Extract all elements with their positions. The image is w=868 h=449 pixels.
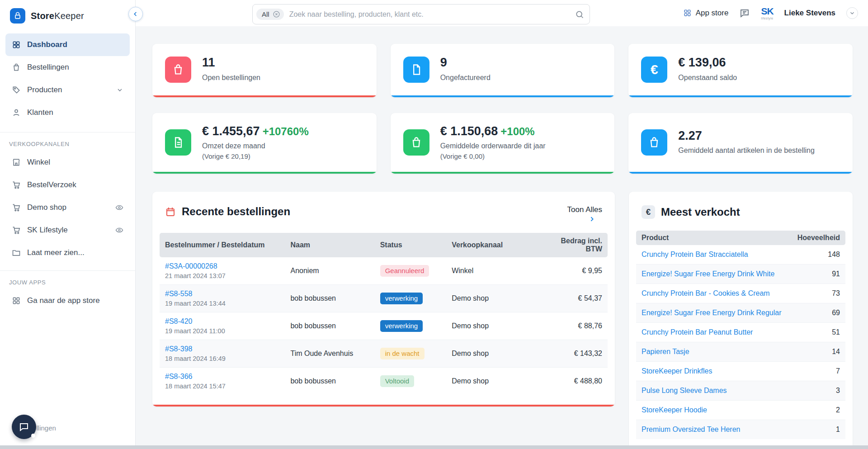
sidebar-item-bestellingen[interactable]: Bestellingen [5,56,130,79]
stat-label: Open bestellingen [202,73,260,83]
order-link[interactable]: #S8-398 [165,345,193,353]
stat-label: Ongefactureerd [440,73,491,83]
status-badge: verwerking [380,320,423,332]
product-link[interactable]: Papieren Tasje [642,348,689,355]
chevron-down-icon[interactable] [116,86,123,94]
clear-filter-icon[interactable] [273,10,280,18]
app-store-button[interactable]: App store [683,9,729,18]
sidebar-item-winkel[interactable]: Winkel [5,151,130,174]
list-item[interactable]: Crunchy Protein Bar Peanut Butter51 [636,323,845,342]
stat-value: 2.27 [678,129,702,142]
order-link[interactable]: #S8-558 [165,290,193,298]
product-link[interactable]: Pulse Long Sleeve Dames [642,387,727,394]
sidebar-item-klanten[interactable]: Klanten [5,101,130,124]
chevron-left-icon [132,10,139,18]
sidebar-collapse-button[interactable] [128,7,143,21]
product-link[interactable]: StoreKeeper Drinkfles [642,367,712,375]
list-item[interactable]: Premium Oversized Tee Heren1 [636,420,845,440]
sidebar-item-label: Klanten [27,108,53,117]
product-link[interactable]: Crunchy Protein Bar Peanut Butter [642,328,753,336]
calendar-icon [165,206,176,217]
chevron-down-icon [849,10,855,16]
sidebar: StoreKeeper Dashboard Bestellingen Produ… [0,0,136,449]
stat-card-uninvoiced: 9 Ongefactureerd [391,44,615,97]
table-row[interactable]: #S3A-0000026821 maart 2024 13:07 Anoniem… [160,257,608,285]
lower-panels: Recente bestellingen Toon Alles Bestelnu… [152,192,853,449]
product-link[interactable]: Premium Oversized Tee Heren [642,425,740,433]
best-sellers-title: Meest verkocht [661,206,740,218]
order-amount: € 88,76 [540,312,608,340]
product-qty: 148 [791,245,845,265]
list-item[interactable]: Crunchy Protein Bar Stracciatella148 [636,245,845,265]
user-name[interactable]: Lieke Stevens [784,9,835,18]
product-link[interactable]: Crunchy Protein Bar Stracciatella [642,250,748,258]
stat-value: € 1.150,68 [440,124,498,138]
list-item[interactable]: Pulse Long Sleeve Dames3 [636,381,845,401]
order-link[interactable]: #S8-366 [165,373,193,380]
app-grid-icon [12,296,21,305]
list-item[interactable]: Energize! Sugar Free Energy Drink White9… [636,265,845,284]
global-search: All [252,4,590,24]
bag-icon [641,129,667,156]
stat-value: 11 [202,56,215,69]
product-qty: 7 [791,362,845,381]
product-link[interactable]: Energize! Sugar Free Energy Drink Regula… [642,309,781,317]
order-link[interactable]: #S3A-00000268 [165,262,217,270]
product-link[interactable]: Energize! Sugar Free Energy Drink White [642,270,774,278]
feedback-chat-icon[interactable] [739,8,750,19]
order-channel: Demo shop [446,285,540,312]
brand-name-bold: Store [31,11,54,21]
sk-logo-subtext: lifestyle [761,17,774,20]
show-all-link[interactable]: Toon Alles [567,205,603,223]
table-row[interactable]: #S8-55819 maart 2024 13:44 bob bobussen … [160,285,608,312]
product-link[interactable]: Crunchy Protein Bar - Cookies & Cream [642,289,770,297]
orders-bag-icon [12,63,21,72]
table-row[interactable]: #S8-42019 maart 2024 11:00 bob bobussen … [160,312,608,340]
product-qty: 2 [791,401,845,420]
eye-icon[interactable] [115,226,123,234]
sidebar-item-dashboard[interactable]: Dashboard [5,33,130,56]
chat-widget-button[interactable] [12,415,36,439]
table-row[interactable]: #S8-39818 maart 2024 16:49 Tim Oude Aven… [160,340,608,368]
order-amount: € 488,80 [540,368,608,395]
sidebar-item-show-more[interactable]: Laat meer zien... [5,241,130,264]
order-channel: Demo shop [446,368,540,395]
product-qty: 69 [791,303,845,323]
order-customer: bob bobussen [285,368,374,395]
eye-icon[interactable] [115,203,123,212]
list-item[interactable]: Energize! Sugar Free Energy Drink Regula… [636,303,845,323]
orders-table: Bestelnummer / Besteldatum Naam Status V… [160,233,608,395]
order-customer: bob bobussen [285,285,374,312]
stat-value: € 1.455,67 [202,124,260,138]
cart-icon [12,203,21,212]
column-header: Naam [285,233,374,257]
sales-channels-section: VERKOOPKANALEN Winkel BestelVerzoek Demo… [0,132,135,264]
search-input[interactable] [284,10,575,19]
column-header: Bedrag incl. BTW [540,233,608,257]
list-item[interactable]: StoreKeeper Hoodie2 [636,401,845,420]
sidebar-item-demo-shop[interactable]: Demo shop [5,196,130,219]
order-customer: Tim Oude Avenhuis [285,340,374,368]
stat-label: Gemiddelde orderwaarde dit jaar [440,142,546,151]
stat-delta: +10760% [263,125,309,137]
order-amount: € 143,32 [540,340,608,368]
product-qty: 1 [791,420,845,440]
stat-label: Gemiddeld aantal artikelen in de bestell… [678,146,815,156]
list-item[interactable]: StoreKeeper Drinkfles7 [636,362,845,381]
user-menu-chevron[interactable] [846,7,858,19]
search-icon[interactable] [575,10,584,19]
sidebar-item-sk-lifestyle[interactable]: SK Lifestyle [5,219,130,241]
order-customer: Anoniem [285,257,374,285]
product-link[interactable]: StoreKeeper Hoodie [642,406,707,414]
search-filter-pill[interactable]: All [256,9,284,20]
sidebar-item-bestelverzoek[interactable]: BestelVerzoek [5,174,130,196]
list-item[interactable]: Crunchy Protein Bar - Cookies & Cream73 [636,284,845,303]
table-row[interactable]: #S8-36618 maart 2024 15:47 bob bobussen … [160,368,608,395]
list-item[interactable]: Papieren Tasje14 [636,342,845,362]
stat-sublabel: (Vorige € 20,19) [202,152,309,160]
order-link[interactable]: #S8-420 [165,317,193,325]
sidebar-item-producten[interactable]: Producten [5,79,130,101]
product-qty: 91 [791,265,845,284]
sidebar-item-app-store[interactable]: Ga naar de app store [5,289,130,312]
chevron-right-icon [588,215,596,223]
